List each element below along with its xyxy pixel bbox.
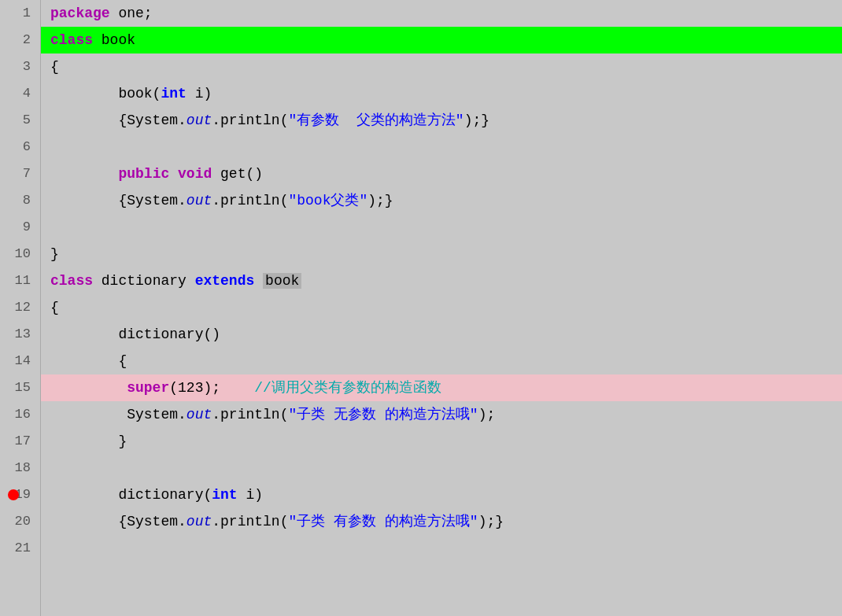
- keyword-public: public: [118, 166, 169, 182]
- line-num-5: 5: [6, 107, 34, 134]
- code-line-12: {: [41, 294, 842, 321]
- keyword-package: package: [50, 6, 110, 21]
- ident-out: out: [186, 193, 212, 208]
- code-line-2: class book: [41, 27, 842, 53]
- line-num-17: 17: [6, 428, 34, 455]
- ident-out: out: [186, 514, 212, 529]
- keyword-extends: extends: [195, 273, 255, 289]
- line-num-21: 21: [6, 535, 34, 562]
- line-num-19: 19: [6, 481, 34, 508]
- code-text: {: [50, 300, 59, 315]
- comment-text: //调用父类有参数的构造函数: [254, 380, 441, 396]
- code-line-5: {System.out.println("有参数 父类的构造方法");}: [41, 107, 842, 134]
- code-text: one;: [110, 6, 153, 21]
- code-text: .println(: [212, 514, 288, 529]
- line-num-4: 4: [6, 80, 34, 107]
- code-line-20: {System.out.println("子类 有参数 的构造方法哦");}: [41, 508, 842, 535]
- keyword-class: class: [50, 32, 93, 48]
- string-lit: "子类 无参数 的构造方法哦": [288, 407, 478, 422]
- code-text: [169, 166, 178, 182]
- code-line-8: {System.out.println("book父类");}: [41, 187, 842, 214]
- code-text: .println(: [212, 193, 288, 208]
- keyword-super: super: [127, 380, 169, 396]
- line-num-7: 7: [6, 160, 34, 187]
- keyword-int-2: int: [212, 487, 237, 503]
- line-num-12: 12: [6, 294, 34, 321]
- code-line-4: book(int i): [41, 80, 842, 107]
- code-text: );: [478, 407, 496, 422]
- code-line-21: [41, 535, 842, 562]
- code-line-6: [41, 134, 842, 160]
- keyword-void: void: [178, 166, 212, 182]
- line-num-18: 18: [6, 455, 34, 481]
- code-line-1: package one;: [41, 0, 842, 27]
- code-text: get(): [212, 166, 263, 182]
- string-lit: "子类 有参数 的构造方法哦": [288, 514, 478, 529]
- line-num-2: 2: [6, 27, 34, 53]
- keyword-int: int: [161, 86, 186, 101]
- ident-out: out: [186, 113, 212, 128]
- code-line-11: class dictionary extends book: [41, 267, 842, 294]
- line-num-16: 16: [6, 401, 34, 428]
- code-text: [254, 273, 263, 289]
- ident-out: out: [186, 407, 212, 422]
- code-text: );}: [478, 514, 504, 529]
- line-num-3: 3: [6, 53, 34, 80]
- breakpoint-icon: [8, 489, 19, 500]
- line-num-15: 15: [6, 374, 34, 401]
- code-line-19: dictionary(int i): [41, 481, 842, 508]
- code-text: }: [50, 246, 59, 262]
- line-num-13: 13: [6, 321, 34, 348]
- code-text: book(: [50, 86, 161, 101]
- code-text: {: [50, 353, 127, 369]
- book-highlight: book: [263, 273, 301, 289]
- code-text: dictionary(: [50, 487, 212, 503]
- code-text: .println(: [212, 113, 288, 128]
- line-num-10: 10: [6, 241, 34, 267]
- code-line-10: }: [41, 241, 842, 267]
- code-text: );}: [464, 113, 489, 128]
- string-lit: "book父类": [288, 193, 367, 208]
- code-line-17: }: [41, 428, 842, 455]
- code-editor: 1 2 3 4 5 6 7 8 9 10 11 12 13 14 15 16 1…: [0, 0, 842, 616]
- code-line-15: super(123); //调用父类有参数的构造函数: [41, 374, 842, 401]
- code-text: i): [238, 487, 263, 503]
- code-text: (123);: [169, 380, 254, 396]
- code-text: book: [93, 32, 135, 48]
- code-line-18: [41, 455, 842, 481]
- code-text: dictionary(): [50, 326, 220, 342]
- code-text: {: [50, 59, 59, 75]
- code-text: {System.: [50, 193, 186, 208]
- code-line-13: dictionary(): [41, 321, 842, 348]
- code-line-16: System.out.println("子类 无参数 的构造方法哦");: [41, 401, 842, 428]
- code-text: {System.: [50, 514, 186, 529]
- line-num-8: 8: [6, 187, 34, 214]
- code-text: {System.: [50, 113, 186, 128]
- code-line-3: {: [41, 53, 842, 80]
- string-lit: "有参数 父类的构造方法": [288, 113, 463, 128]
- line-num-9: 9: [6, 214, 34, 241]
- line-num-11: 11: [6, 267, 34, 294]
- code-text: [50, 166, 118, 182]
- line-num-14: 14: [6, 348, 34, 374]
- line-num-20: 20: [6, 508, 34, 535]
- code-content: package one; class book { book(int i) {S…: [41, 0, 842, 616]
- code-line-7: public void get(): [41, 160, 842, 187]
- code-text: i): [186, 86, 212, 101]
- code-text: .println(: [212, 407, 288, 422]
- keyword-class: class: [50, 273, 93, 289]
- line-num-1: 1: [6, 0, 34, 27]
- code-text: [50, 380, 127, 396]
- line-num-6: 6: [6, 134, 34, 160]
- code-text: dictionary: [93, 273, 195, 289]
- code-text: }: [50, 433, 127, 449]
- code-text: );}: [367, 193, 393, 208]
- code-text: System.: [50, 407, 186, 422]
- line-numbers: 1 2 3 4 5 6 7 8 9 10 11 12 13 14 15 16 1…: [0, 0, 41, 616]
- code-line-9: [41, 214, 842, 241]
- code-line-14: {: [41, 348, 842, 374]
